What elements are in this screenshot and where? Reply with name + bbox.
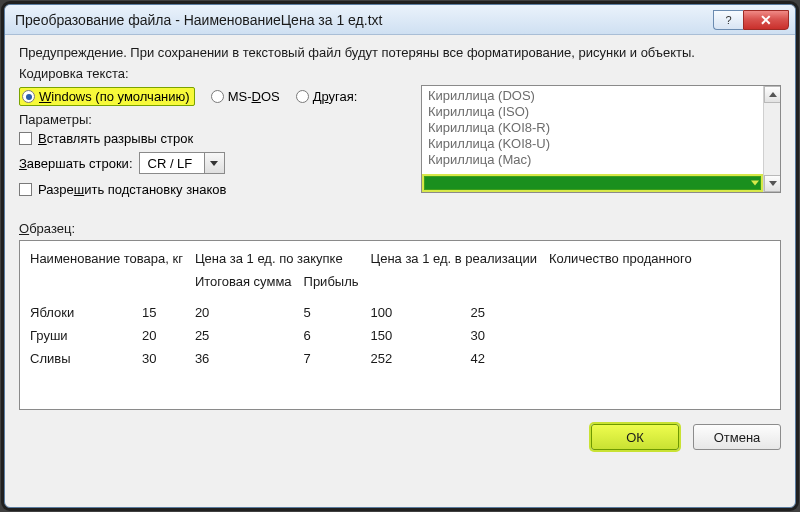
col-name: Наименование товара, кг bbox=[30, 247, 195, 270]
table-row: Яблоки 15 20 5 100 25 bbox=[30, 301, 704, 324]
checkbox-insert-breaks-label: Вставлять разрывы строк bbox=[38, 131, 193, 146]
chevron-down-icon bbox=[204, 153, 224, 173]
col-profit: Прибыль bbox=[304, 270, 371, 293]
chevron-down-icon bbox=[769, 181, 777, 186]
list-item[interactable]: Кириллица (KOI8-U) bbox=[428, 136, 760, 152]
table-row: Груши 20 25 6 150 30 bbox=[30, 324, 704, 347]
table-row: Сливы 30 36 7 252 42 bbox=[30, 347, 704, 370]
help-icon: ? bbox=[725, 14, 731, 26]
params-label: Параметры: bbox=[19, 112, 411, 127]
cancel-button-label: Отмена bbox=[714, 430, 761, 445]
warning-text: Предупреждение. При сохранении в текстов… bbox=[19, 45, 781, 60]
ok-button-label: ОК bbox=[626, 430, 644, 445]
close-icon: ✕ bbox=[760, 12, 772, 28]
line-endings-combo[interactable]: CR / LF bbox=[139, 152, 225, 174]
chevron-down-icon bbox=[751, 181, 759, 186]
list-item[interactable]: Кириллица (ISO) bbox=[428, 104, 760, 120]
table-header-row-2: Итоговая сумма Прибыль bbox=[30, 270, 704, 293]
encoding-listbox[interactable]: Кириллица (DOS) Кириллица (ISO) Кириллиц… bbox=[421, 85, 781, 193]
encoding-list-items: Кириллица (DOS) Кириллица (ISO) Кириллиц… bbox=[422, 86, 780, 170]
radio-dot-icon bbox=[211, 90, 224, 103]
radio-dot-icon bbox=[296, 90, 309, 103]
checkbox-box-icon bbox=[19, 183, 32, 196]
col-sell: Цена за 1 ед. в реализации bbox=[371, 247, 549, 270]
checkbox-allow-substitution-label: Разрешить подстановку знаков bbox=[38, 182, 227, 197]
dialog-body: Предупреждение. При сохранении в текстов… bbox=[5, 35, 795, 507]
radio-other[interactable]: Другая: bbox=[296, 89, 358, 104]
chevron-up-icon bbox=[769, 92, 777, 97]
list-item[interactable]: Кириллица (Mac) bbox=[428, 152, 760, 168]
radio-windows[interactable]: Windows (по умолчанию) bbox=[19, 87, 195, 106]
cancel-button[interactable]: Отмена bbox=[693, 424, 781, 450]
help-button[interactable]: ? bbox=[713, 10, 743, 30]
radio-msdos[interactable]: MS-DOS bbox=[211, 89, 280, 104]
col-qty: Количество проданного bbox=[549, 247, 704, 270]
encoding-list-selected[interactable] bbox=[422, 174, 763, 192]
close-button[interactable]: ✕ bbox=[743, 10, 789, 30]
list-item[interactable]: Кириллица (KOI8-R) bbox=[428, 120, 760, 136]
preview-table: Наименование товара, кг Цена за 1 ед. по… bbox=[30, 247, 704, 370]
radio-msdos-label: MS-DOS bbox=[228, 89, 280, 104]
preview-label: Образец: bbox=[19, 221, 781, 236]
scrollbar[interactable] bbox=[763, 86, 780, 192]
checkbox-box-icon bbox=[19, 132, 32, 145]
encoding-label: Кодировка текста: bbox=[19, 66, 781, 81]
radio-windows-label: Windows (по умолчанию) bbox=[39, 89, 190, 104]
col-buy: Цена за 1 ед. по закупке bbox=[195, 247, 371, 270]
titlebar: Преобразование файла - НаименованиеЦена … bbox=[5, 5, 795, 35]
checkbox-allow-substitution[interactable]: Разрешить подстановку знаков bbox=[19, 182, 411, 197]
table-header-row: Наименование товара, кг Цена за 1 ед. по… bbox=[30, 247, 704, 270]
line-endings-value: CR / LF bbox=[140, 156, 204, 171]
scroll-down-button[interactable] bbox=[764, 175, 781, 192]
window-title: Преобразование файла - НаименованиеЦена … bbox=[15, 12, 713, 28]
radio-dot-icon bbox=[22, 90, 35, 103]
dialog-window: Преобразование файла - НаименованиеЦена … bbox=[4, 4, 796, 508]
encoding-radio-group: Windows (по умолчанию) MS-DOS Другая: bbox=[19, 87, 411, 106]
checkbox-insert-breaks[interactable]: Вставлять разрывы строк bbox=[19, 131, 411, 146]
window-controls: ? ✕ bbox=[713, 10, 789, 30]
radio-other-label: Другая: bbox=[313, 89, 358, 104]
line-endings-label: Завершать строки: bbox=[19, 156, 133, 171]
dialog-buttons: ОК Отмена bbox=[19, 424, 781, 450]
ok-button[interactable]: ОК bbox=[591, 424, 679, 450]
scroll-up-button[interactable] bbox=[764, 86, 781, 103]
preview-box: Наименование товара, кг Цена за 1 ед. по… bbox=[19, 240, 781, 410]
list-item[interactable]: Кириллица (DOS) bbox=[428, 88, 760, 104]
col-total: Итоговая сумма bbox=[195, 270, 304, 293]
